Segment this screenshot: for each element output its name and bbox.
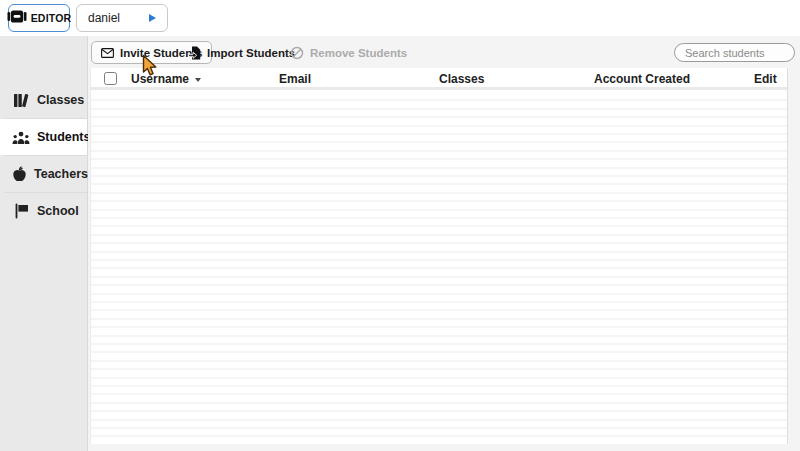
- sidebar-item-school[interactable]: School: [0, 193, 87, 229]
- sidebar-item-students[interactable]: Students: [0, 119, 87, 155]
- column-header-username-label: Username: [131, 72, 189, 86]
- top-bar: EDITOR daniel: [0, 0, 800, 36]
- students-table: Username Email Classes Account Created E…: [90, 68, 788, 444]
- sidebar-item-teachers[interactable]: Teachers: [0, 156, 87, 192]
- table-header: Username Email Classes Account Created E…: [91, 68, 787, 90]
- sidebar-item-label: School: [37, 204, 79, 218]
- file-tab-label: daniel: [88, 11, 149, 25]
- remove-students-label: Remove Students: [310, 47, 407, 59]
- play-icon[interactable]: [149, 14, 156, 22]
- column-header-email: Email: [279, 72, 311, 86]
- flag-icon: [12, 203, 30, 219]
- sidebar-item-label: Students: [37, 130, 90, 144]
- books-icon: [12, 93, 30, 108]
- file-import-icon: [188, 46, 201, 60]
- file-tab-daniel[interactable]: daniel: [76, 4, 168, 32]
- remove-students-button[interactable]: Remove Students: [290, 41, 407, 64]
- prohibited-icon: [290, 46, 304, 60]
- table-body-empty: [91, 93, 787, 444]
- envelope-icon: [101, 48, 114, 58]
- main-content: Invite Students Import Students Remove S…: [88, 36, 800, 451]
- apple-icon: [12, 166, 27, 182]
- sidebar-item-label: Classes: [37, 93, 84, 107]
- select-all-checkbox[interactable]: [104, 72, 117, 85]
- editor-button-label: EDITOR: [31, 12, 72, 24]
- sidebar-item-label: Teachers: [34, 167, 88, 181]
- app-window: EDITOR daniel Classes: [0, 0, 800, 451]
- sidebar: Classes Students: [0, 36, 88, 451]
- editor-icon: [7, 9, 27, 27]
- editor-button[interactable]: EDITOR: [8, 4, 70, 32]
- import-students-button[interactable]: Import Students: [188, 41, 295, 64]
- people-icon: [12, 131, 30, 144]
- sidebar-item-classes[interactable]: Classes: [0, 82, 87, 118]
- column-header-account-created: Account Created: [594, 72, 690, 86]
- import-students-label: Import Students: [207, 47, 295, 59]
- sort-caret-icon: [195, 78, 201, 82]
- sidebar-nav: Classes Students: [0, 82, 87, 229]
- column-header-edit: Edit: [754, 72, 777, 86]
- column-header-classes: Classes: [439, 72, 484, 86]
- search-input[interactable]: [674, 43, 795, 62]
- column-header-username[interactable]: Username: [131, 72, 201, 86]
